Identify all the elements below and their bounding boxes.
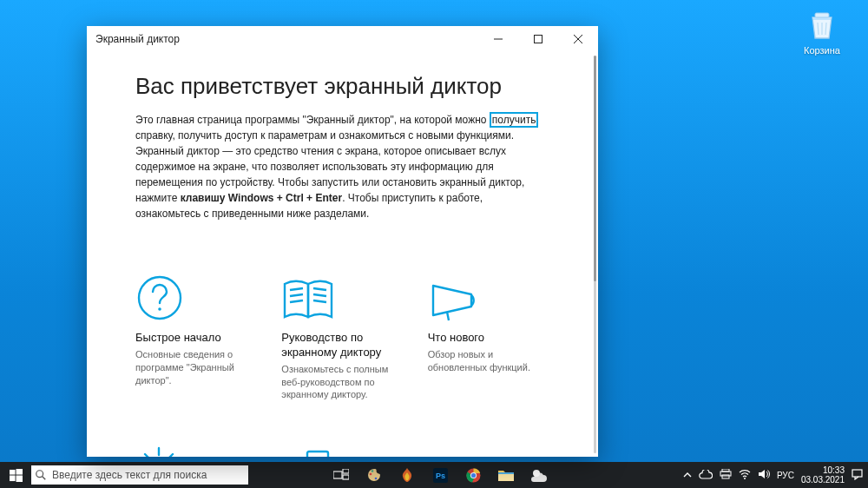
svg-rect-27	[535, 36, 542, 43]
feedback-icon	[281, 431, 403, 457]
app-explorer-icon[interactable]	[491, 462, 521, 488]
app-chrome-icon[interactable]	[458, 462, 488, 488]
tray-printer-icon[interactable]	[720, 469, 732, 481]
intro-text: Это главная страница программы "Экранный…	[135, 112, 549, 221]
window-content: Вас приветствует экранный диктор Это гла…	[87, 52, 598, 457]
tile-desc: Обзор новых и обновленных функций.	[428, 348, 549, 374]
svg-rect-3	[10, 475, 16, 481]
svg-line-34	[290, 300, 303, 302]
tile-desc: Ознакомьтесь с полным веб-руководством п…	[281, 363, 403, 402]
tray-date: 03.03.2021	[801, 475, 845, 485]
svg-rect-1	[10, 469, 16, 474]
recycle-bin-icon	[805, 7, 839, 42]
scrollbar-thumb[interactable]	[594, 56, 596, 281]
tray-language[interactable]: РУС	[777, 471, 794, 480]
svg-point-30	[139, 277, 181, 319]
svg-rect-18	[498, 473, 514, 481]
tile-feedback[interactable]	[281, 431, 403, 457]
tray-clock[interactable]: 10:33 03.03.2021	[801, 465, 845, 485]
page-heading: Вас приветствует экранный диктор	[135, 73, 549, 100]
tray-chevron-icon[interactable]	[683, 471, 692, 480]
tray-volume-icon[interactable]	[758, 469, 770, 481]
window-title: Экранный диктор	[95, 33, 180, 45]
tray-cloud-icon[interactable]	[699, 470, 713, 481]
narrator-window: Экранный диктор Вас приветствует экранны…	[87, 26, 598, 457]
svg-point-10	[370, 473, 372, 476]
svg-rect-4	[16, 475, 23, 482]
svg-point-11	[372, 470, 374, 472]
desktop: Корзина Введите здесь текст для поиска P…	[0, 0, 868, 488]
svg-line-35	[313, 288, 326, 290]
recycle-bin-label: Корзина	[792, 45, 852, 56]
minimize-button[interactable]	[478, 26, 518, 52]
svg-rect-0	[815, 13, 829, 17]
svg-point-5	[36, 471, 43, 478]
titlebar[interactable]: Экранный диктор	[87, 26, 598, 52]
narrator-highlight: получить	[490, 112, 539, 128]
svg-line-36	[313, 294, 326, 296]
taskbar-pinned-apps: Ps	[326, 462, 554, 488]
question-circle-icon	[135, 261, 257, 322]
search-placeholder: Введите здесь текст для поиска	[52, 469, 207, 481]
search-icon	[35, 469, 47, 481]
svg-rect-19	[498, 472, 514, 474]
tiles-row-2	[135, 431, 549, 457]
svg-line-38	[447, 312, 449, 320]
tiles-row: Быстрое начало Основные сведения о прогр…	[135, 261, 549, 401]
book-icon	[281, 261, 403, 322]
svg-rect-41	[307, 452, 328, 457]
svg-point-17	[470, 472, 475, 477]
tray-time: 10:33	[801, 465, 845, 475]
svg-point-31	[158, 307, 161, 311]
taskbar: Введите здесь текст для поиска Ps	[0, 462, 868, 488]
svg-line-6	[43, 477, 46, 480]
tile-desc: Основные сведения о программе "Экранный …	[135, 348, 257, 387]
app-weather-icon[interactable]	[524, 462, 554, 488]
close-button[interactable]	[558, 26, 598, 52]
svg-rect-7	[333, 472, 342, 478]
svg-line-33	[290, 294, 303, 296]
svg-point-12	[375, 478, 378, 480]
tile-title: Быстрое начало	[135, 331, 257, 346]
svg-line-32	[290, 288, 303, 290]
gear-icon	[135, 431, 257, 457]
megaphone-icon	[428, 261, 549, 322]
start-button[interactable]	[0, 462, 31, 488]
recycle-bin[interactable]: Корзина	[792, 7, 852, 56]
task-view-button[interactable]	[326, 462, 356, 488]
svg-line-37	[313, 300, 326, 302]
svg-rect-9	[343, 475, 349, 479]
svg-rect-25	[852, 470, 862, 477]
taskbar-tray: РУС 10:33 03.03.2021	[683, 465, 868, 485]
tile-guide[interactable]: Руководство по экранному диктору Ознаком…	[281, 261, 403, 401]
tile-whatsnew[interactable]: Что нового Обзор новых и обновленных фун…	[428, 261, 549, 401]
tile-settings[interactable]	[135, 431, 257, 457]
tile-title: Руководство по экранному диктору	[281, 331, 403, 360]
app-photoshop-icon[interactable]: Ps	[425, 462, 455, 488]
svg-point-24	[744, 478, 746, 479]
maximize-button[interactable]	[518, 26, 558, 52]
search-box[interactable]: Введите здесь текст для поиска	[31, 465, 248, 485]
tile-title: Что нового	[428, 331, 549, 346]
svg-rect-2	[16, 469, 23, 475]
tray-wifi-icon[interactable]	[739, 470, 751, 481]
svg-text:Ps: Ps	[435, 472, 444, 480]
tile-quickstart[interactable]: Быстрое начало Основные сведения о прогр…	[135, 261, 257, 401]
app-palette-icon[interactable]	[359, 462, 389, 488]
svg-rect-8	[343, 469, 349, 473]
app-flame-icon[interactable]	[392, 462, 422, 488]
tray-notifications-icon[interactable]	[852, 469, 863, 482]
